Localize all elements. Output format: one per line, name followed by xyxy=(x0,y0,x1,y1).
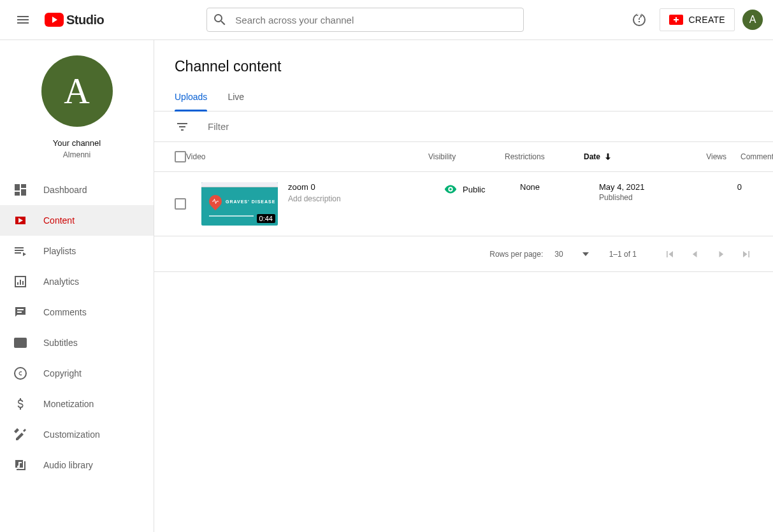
last-page-button[interactable] xyxy=(733,241,759,267)
customization-icon xyxy=(13,427,28,442)
logo-text: Studio xyxy=(66,13,104,27)
hamburger-icon xyxy=(15,12,31,27)
sidebar-item-dashboard[interactable]: Dashboard xyxy=(0,175,154,205)
heart-icon xyxy=(206,192,224,210)
copyright-icon xyxy=(13,366,28,381)
col-video: Video xyxy=(186,152,428,161)
channel-avatar[interactable]: A xyxy=(41,55,113,127)
sidebar-item-label: Copyright xyxy=(43,368,82,378)
video-description-placeholder[interactable]: Add description xyxy=(288,194,341,203)
menu-button[interactable] xyxy=(10,7,36,32)
sidebar: A Your channel Almenni Dashboard Content… xyxy=(0,40,154,532)
sidebar-item-content[interactable]: Content xyxy=(0,205,154,236)
prev-page-button[interactable] xyxy=(683,241,708,267)
col-date[interactable]: Date xyxy=(584,152,679,162)
col-views: Views xyxy=(679,152,726,161)
dashboard-icon xyxy=(13,182,28,198)
monetization-icon xyxy=(13,396,28,412)
create-label: CREATE xyxy=(688,15,725,25)
playlists-icon xyxy=(13,243,28,259)
visibility-public-icon xyxy=(444,182,458,196)
sidebar-item-label: Content xyxy=(43,215,75,226)
sidebar-item-label: Subtitles xyxy=(43,338,78,348)
next-page-button[interactable] xyxy=(708,241,733,267)
sidebar-item-label: Comments xyxy=(43,307,87,317)
sidebar-item-subtitles[interactable]: Subtitles xyxy=(0,327,154,358)
audio-library-icon xyxy=(13,457,28,473)
sidebar-item-audio[interactable]: Audio library xyxy=(0,450,154,480)
create-plus-icon xyxy=(669,15,683,25)
visibility-value: Public xyxy=(463,185,485,194)
analytics-icon xyxy=(13,274,28,289)
restrictions-value: None xyxy=(520,182,599,192)
sidebar-item-customization[interactable]: Customization xyxy=(0,419,154,450)
row-checkbox[interactable] xyxy=(175,198,186,210)
help-icon xyxy=(632,12,647,27)
youtube-play-icon xyxy=(45,13,64,27)
sidebar-item-label: Dashboard xyxy=(43,185,87,195)
search-container xyxy=(206,8,524,32)
col-comments: Comments xyxy=(726,152,773,161)
col-visibility: Visibility xyxy=(428,152,505,161)
main-content: Channel content Uploads Live Video Visib… xyxy=(154,40,773,532)
table-row[interactable]: GRAVES' DISEASE 0:44 zoom 0 Add descript… xyxy=(154,172,773,236)
filter-row xyxy=(154,111,773,142)
channel-card: A Your channel Almenni xyxy=(0,40,154,171)
date-value: May 4, 2021 xyxy=(599,182,695,192)
comments-icon xyxy=(13,305,28,320)
sidebar-item-monetization[interactable]: Monetization xyxy=(0,389,154,419)
sidebar-item-label: Analytics xyxy=(43,277,79,287)
tab-uploads[interactable]: Uploads xyxy=(175,83,207,111)
sidebar-item-label: Customization xyxy=(43,429,100,440)
sidebar-item-analytics[interactable]: Analytics xyxy=(0,266,154,297)
studio-logo[interactable]: Studio xyxy=(45,13,104,27)
your-channel-label: Your channel xyxy=(53,138,101,148)
views-value: 0 xyxy=(695,182,742,192)
content-icon xyxy=(13,213,28,228)
video-thumbnail[interactable]: GRAVES' DISEASE 0:44 xyxy=(201,182,278,226)
account-avatar[interactable]: A xyxy=(742,10,763,30)
video-duration: 0:44 xyxy=(257,214,275,223)
video-title[interactable]: zoom 0 xyxy=(288,182,341,192)
first-page-button[interactable] xyxy=(657,241,683,267)
select-all-checkbox[interactable] xyxy=(175,151,186,162)
sidebar-item-label: Monetization xyxy=(43,399,94,409)
search-input[interactable] xyxy=(235,15,518,25)
page-title: Channel content xyxy=(154,40,773,83)
create-button[interactable]: CREATE xyxy=(660,8,735,31)
date-status: Published xyxy=(599,193,695,202)
rows-per-page-select[interactable]: 30 xyxy=(554,250,588,259)
rows-per-page-label: Rows per page: xyxy=(489,250,543,259)
sidebar-item-copyright[interactable]: Copyright xyxy=(0,358,154,389)
pagination-range: 1–1 of 1 xyxy=(609,250,637,259)
filter-icon[interactable] xyxy=(175,119,190,134)
sidebar-item-comments[interactable]: Comments xyxy=(0,297,154,327)
col-restrictions: Restrictions xyxy=(505,152,584,161)
sidebar-item-label: Playlists xyxy=(43,246,76,256)
tab-live[interactable]: Live xyxy=(228,83,244,111)
help-button[interactable] xyxy=(626,7,652,32)
pagination: Rows per page: 30 1–1 of 1 xyxy=(154,236,773,272)
subtitles-icon xyxy=(13,335,28,350)
sidebar-item-playlists[interactable]: Playlists xyxy=(0,236,154,266)
arrow-down-icon xyxy=(603,152,613,162)
content-tabs: Uploads Live xyxy=(154,83,773,111)
sidebar-item-label: Audio library xyxy=(43,460,93,470)
dropdown-icon xyxy=(582,252,589,256)
filter-input[interactable] xyxy=(208,121,399,132)
table-header: Video Visibility Restrictions Date Views… xyxy=(154,142,773,172)
search-icon xyxy=(212,12,228,27)
sidebar-nav: Dashboard Content Playlists Analytics Co… xyxy=(0,175,154,480)
channel-name: Almenni xyxy=(63,150,90,159)
